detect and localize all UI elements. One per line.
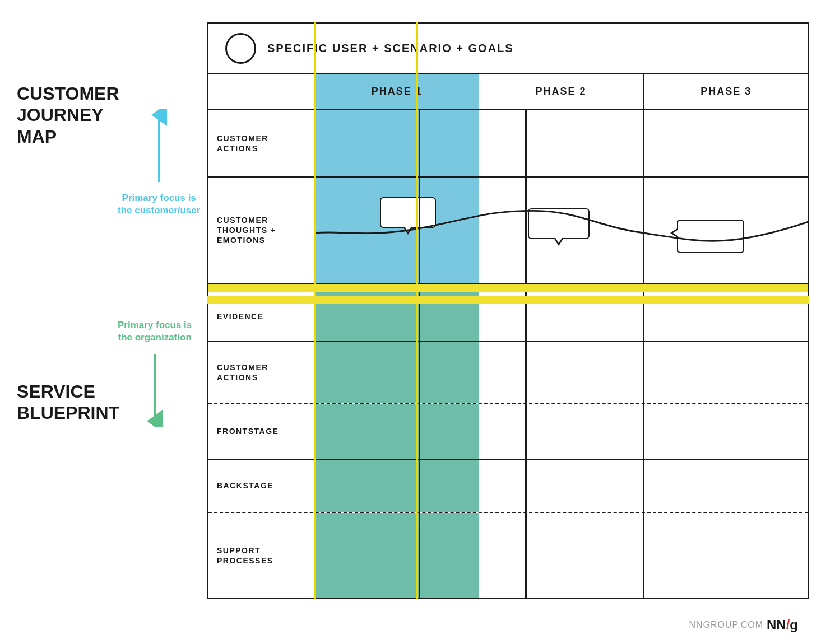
logo-slash: / xyxy=(786,617,790,632)
user-scenario-title: SPECIFIC USER + SCENARIO + GOALS xyxy=(267,42,514,55)
customer-focus-group: Primary focus isthe customer/user xyxy=(118,109,200,217)
left-labels: CUSTOMERJOURNEYMAP Primary focus isthe c… xyxy=(0,0,202,644)
phase-2-label: PHASE 2 xyxy=(535,86,586,97)
backstage-phase3 xyxy=(644,460,808,512)
yellow-horizontal-divider xyxy=(207,296,809,304)
phase-1-label: PHASE 1 xyxy=(372,86,423,97)
support-processes-row: SUPPORTPROCESSES xyxy=(208,513,808,598)
customer-actions-row-journey: CUSTOMERACTIONS xyxy=(208,110,808,178)
backstage-row: BACKSTAGE xyxy=(208,460,808,513)
focus-org-text: Primary focus isthe organization xyxy=(118,319,192,344)
frontstage-phase3 xyxy=(644,404,808,459)
nngroup-brand: NN/g xyxy=(767,617,798,633)
backstage-phase2 xyxy=(479,460,644,512)
customer-actions-phase3-journey xyxy=(644,110,808,176)
phases-row: PHASE 1 PHASE 2 PHASE 3 xyxy=(208,74,808,110)
phase1-2-divider xyxy=(419,110,420,598)
support-phase3 xyxy=(644,513,808,598)
arrow-down-icon xyxy=(143,348,166,427)
phases-label-cell xyxy=(208,74,315,109)
support-processes-label: SUPPORTPROCESSES xyxy=(208,513,315,598)
customer-thoughts-row: CUSTOMERTHOUGHTS +EMOTIONS xyxy=(208,178,808,284)
backstage-label: BACKSTAGE xyxy=(208,460,315,512)
bubble-phase2 xyxy=(528,208,590,239)
journey-map-label: CUSTOMERJOURNEYMAP xyxy=(17,83,119,147)
focus-customer-text: Primary focus isthe customer/user xyxy=(118,192,200,217)
phase-1-header: PHASE 1 xyxy=(315,74,479,109)
user-circle-icon xyxy=(225,33,256,64)
yellow-inner-divider xyxy=(208,284,808,292)
org-focus-group: Primary focus isthe organization xyxy=(118,319,192,427)
blueprint-label: SERVICEBLUEPRINT xyxy=(17,381,119,424)
customer-actions-phase2-journey xyxy=(479,110,644,176)
nngroup-logo: NNGROUP.COM NN/g xyxy=(689,617,798,633)
customer-actions-phase3-bp xyxy=(644,342,808,403)
thoughts-phase2 xyxy=(479,178,644,283)
phase2-3-divider xyxy=(525,110,527,598)
customer-actions-phase1-journey xyxy=(315,110,479,176)
page-container: CUSTOMERJOURNEYMAP Primary focus isthe c… xyxy=(0,0,826,644)
customer-actions-label-blueprint: CUSTOMERACTIONS xyxy=(208,342,315,403)
backstage-phase1 xyxy=(315,460,479,512)
phase-3-header: PHASE 3 xyxy=(644,74,808,109)
frontstage-phase2 xyxy=(479,404,644,459)
arrow-up-icon xyxy=(148,109,170,188)
phase-2-header: PHASE 2 xyxy=(479,74,644,109)
thoughts-phase1 xyxy=(315,178,479,283)
user-scenario-row: SPECIFIC USER + SCENARIO + GOALS xyxy=(208,24,808,74)
support-phase2 xyxy=(479,513,644,598)
customer-thoughts-label: CUSTOMERTHOUGHTS +EMOTIONS xyxy=(208,178,315,283)
frontstage-label: FRONTSTAGE xyxy=(208,404,315,459)
customer-actions-phase1-bp xyxy=(315,342,479,403)
thoughts-phase3 xyxy=(644,178,808,283)
frontstage-row: FRONTSTAGE xyxy=(208,404,808,460)
bubble-phase1 xyxy=(380,197,436,228)
customer-actions-phase2-bp xyxy=(479,342,644,403)
customer-actions-row-blueprint: CUSTOMERACTIONS xyxy=(208,342,808,404)
support-phase1 xyxy=(315,513,479,598)
nngroup-site: NNGROUP.COM xyxy=(689,620,763,630)
customer-actions-label-journey: CUSTOMERACTIONS xyxy=(208,110,315,176)
phase-3-label: PHASE 3 xyxy=(700,86,751,97)
frontstage-phase1 xyxy=(315,404,479,459)
bubble-phase3 xyxy=(677,220,744,253)
main-diagram: SPECIFIC USER + SCENARIO + GOALS PHASE 1… xyxy=(207,22,809,599)
